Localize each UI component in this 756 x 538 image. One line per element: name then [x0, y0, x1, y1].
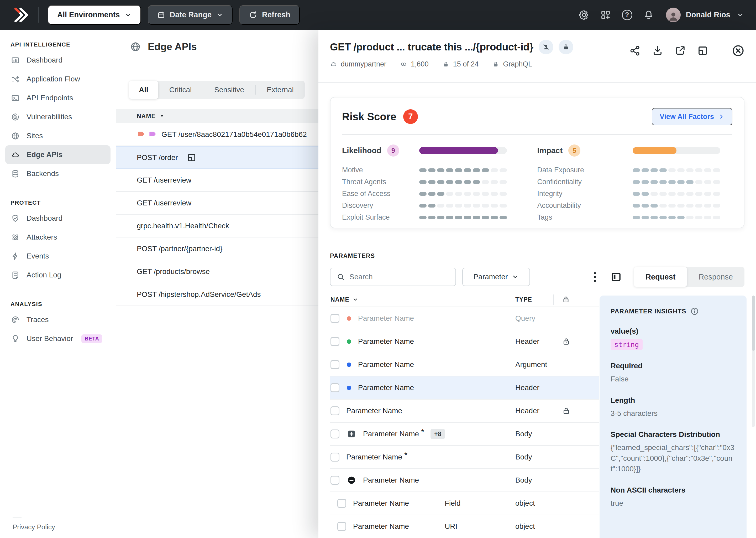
- factor-row: Accountability: [537, 200, 732, 211]
- list-item[interactable]: GET /userreview: [116, 169, 318, 192]
- parameter-type: Body: [515, 430, 532, 438]
- parameter-row[interactable]: Parameter Name Header: [330, 330, 599, 353]
- collapse-minus-icon[interactable]: [347, 475, 356, 485]
- list-item[interactable]: POST /partner/{partner-id}: [116, 238, 318, 260]
- close-icon[interactable]: [732, 44, 744, 57]
- toggle-response[interactable]: Response: [687, 267, 744, 287]
- parameter-row[interactable]: Parameter Name Query: [330, 307, 599, 330]
- row-checkbox[interactable]: [337, 522, 346, 531]
- sidebar-item-attackers[interactable]: Attackers: [5, 228, 111, 247]
- sidebar-item-protect-dashboard[interactable]: Dashboard: [5, 209, 111, 228]
- parameter-row[interactable]: Parameter Name Argument: [330, 353, 599, 376]
- parameter-row[interactable]: Parameter Name Body: [330, 469, 599, 492]
- parameter-subrow[interactable]: Parameter Name Field object: [330, 492, 599, 515]
- parameter-subtype: Field: [445, 499, 461, 508]
- row-checkbox[interactable]: [330, 337, 339, 346]
- row-checkbox[interactable]: [330, 360, 339, 369]
- list-item-selected[interactable]: POST /order: [116, 146, 318, 169]
- download-icon[interactable]: [652, 45, 663, 56]
- columns-layout-icon[interactable]: [610, 271, 622, 283]
- list-item[interactable]: GET /userreview: [116, 192, 318, 215]
- column-header-type[interactable]: TYPE: [515, 296, 532, 303]
- parameter-row-selected[interactable]: Parameter Name Header: [330, 376, 599, 400]
- list-item[interactable]: POST /hipstershop.AdService/GetAds: [116, 283, 318, 306]
- risk-card-divider: [342, 134, 732, 135]
- sidebar-item-label: API Endpoints: [26, 94, 73, 102]
- likelihood-meter: [419, 147, 507, 154]
- row-checkbox[interactable]: [337, 499, 346, 508]
- parameter-subrow[interactable]: Parameter Name URI object: [330, 515, 599, 538]
- beta-badge: BETA: [81, 334, 102, 343]
- user-avatar[interactable]: [666, 8, 681, 22]
- tab-critical[interactable]: Critical: [158, 81, 203, 99]
- parameter-name: Parameter Name: [358, 337, 414, 346]
- more-options-kebab-icon[interactable]: [594, 272, 597, 282]
- open-external-icon[interactable]: [675, 45, 685, 56]
- sidebar-item-dashboard[interactable]: Dashboard: [5, 51, 111, 70]
- list-item[interactable]: GET /products/browse: [116, 260, 318, 283]
- sidebar-item-api-endpoints[interactable]: API Endpoints: [5, 88, 111, 107]
- help-icon[interactable]: ?: [622, 10, 632, 20]
- row-checkbox[interactable]: [330, 430, 339, 438]
- settings-gear-icon[interactable]: [579, 10, 589, 20]
- user-slash-icon: [542, 43, 550, 51]
- column-header-name[interactable]: NAME: [330, 296, 358, 303]
- sidebar-item-traces[interactable]: Traces: [5, 310, 111, 329]
- factor-meter: [633, 180, 720, 184]
- info-icon[interactable]: [690, 307, 699, 315]
- notifications-bell-icon[interactable]: [643, 10, 654, 20]
- scrollbar-thumb[interactable]: [752, 296, 755, 351]
- sidebar-item-sites[interactable]: Sites: [5, 126, 111, 145]
- impact-meter: [633, 147, 720, 154]
- row-checkbox[interactable]: [330, 406, 339, 415]
- column-name-label: NAME: [137, 113, 156, 120]
- user-name[interactable]: Donald Rios: [686, 11, 730, 19]
- refresh-button[interactable]: Refresh: [239, 5, 300, 25]
- apps-grid-icon[interactable]: [600, 10, 611, 20]
- risk-score-title: Risk Score: [342, 111, 397, 123]
- parameter-row[interactable]: Parameter Name Header: [330, 400, 599, 423]
- edge-apis-list-panel: Edge APIs All Critical Sensitive Externa…: [116, 30, 318, 538]
- sidebar-item-edge-apis[interactable]: Edge APIs: [5, 145, 111, 164]
- factor-row: Tags: [537, 211, 732, 223]
- toggle-request[interactable]: Request: [634, 267, 687, 287]
- insight-value: 3-5 characters: [611, 408, 735, 419]
- tab-external[interactable]: External: [256, 81, 305, 99]
- environment-selector[interactable]: All Environments: [48, 5, 141, 25]
- brand-logo-icon[interactable]: [11, 5, 30, 25]
- tab-all[interactable]: All: [129, 81, 158, 99]
- sidebar-item-application-flow[interactable]: Application Flow: [5, 70, 111, 88]
- parameter-filter-dropdown[interactable]: Parameter: [462, 268, 530, 286]
- row-checkbox[interactable]: [330, 453, 339, 461]
- row-checkbox[interactable]: [330, 476, 339, 485]
- column-header-lock[interactable]: [562, 296, 570, 303]
- scrollbar[interactable]: [752, 296, 755, 427]
- expand-panel-icon[interactable]: [697, 45, 708, 56]
- view-all-factors-button[interactable]: View All Factors: [652, 108, 732, 125]
- chevron-down-icon[interactable]: [736, 11, 744, 19]
- parameter-row[interactable]: Parameter Name * Body: [330, 446, 599, 469]
- parameter-type: object: [515, 522, 535, 531]
- list-item[interactable]: GET /user/8aac802171a0b54e0171a0b6b62: [116, 123, 318, 146]
- sidebar-item-user-behavior[interactable]: User Behavior BETA: [5, 329, 111, 348]
- row-checkbox[interactable]: [330, 383, 339, 392]
- list-item[interactable]: grpc.health.v1.Health/Check: [116, 215, 318, 238]
- privacy-policy-link[interactable]: Privacy Policy: [13, 523, 55, 531]
- list-column-header-name[interactable]: NAME: [116, 109, 318, 123]
- sidebar-item-backends[interactable]: Backends: [5, 164, 111, 183]
- row-checkbox[interactable]: [330, 314, 339, 323]
- expand-plus-icon[interactable]: [347, 429, 356, 439]
- parameter-type: Header: [515, 384, 540, 392]
- date-range-button[interactable]: Date Range: [148, 5, 233, 25]
- share-icon[interactable]: [630, 45, 640, 56]
- search-input[interactable]: [350, 273, 449, 281]
- risk-score-badge: 7: [403, 109, 418, 124]
- parameter-name: Parameter Name: [346, 407, 402, 415]
- sidebar-item-label: Dashboard: [26, 214, 63, 223]
- sidebar-item-events[interactable]: Events: [5, 247, 111, 266]
- sidebar-item-action-log[interactable]: Action Log: [5, 266, 111, 285]
- parameter-row[interactable]: Parameter Name * +8 Body: [330, 423, 599, 446]
- sidebar-item-vulnerabilities[interactable]: Vulnerabilities: [5, 107, 111, 126]
- tab-sensitive[interactable]: Sensitive: [203, 81, 255, 99]
- lock-icon: [562, 296, 570, 303]
